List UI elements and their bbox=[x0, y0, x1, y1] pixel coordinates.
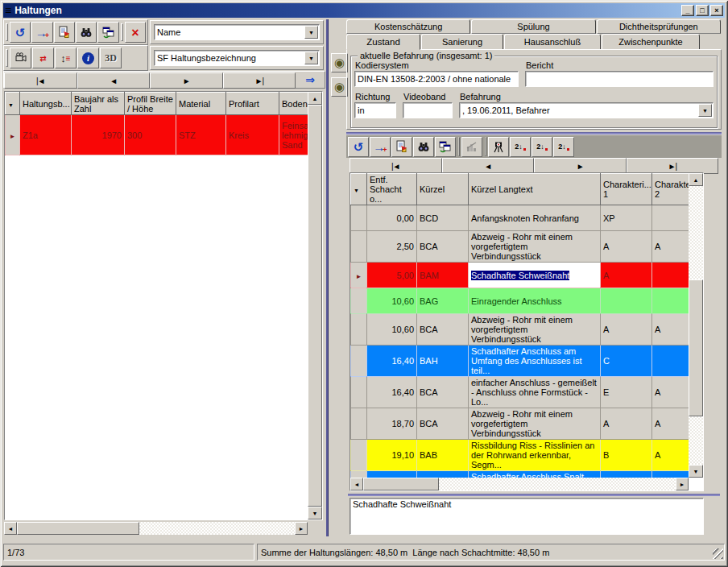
cell-entf[interactable]: 0,00 bbox=[367, 205, 417, 231]
cell-char2[interactable] bbox=[652, 263, 689, 288]
cell-kuerzel[interactable]: BAH bbox=[417, 346, 469, 377]
cell-baujahr[interactable]: 1970 bbox=[72, 115, 125, 155]
nav-first-button[interactable]: |◄ bbox=[4, 72, 77, 89]
cell-kuerzel[interactable]: BAB bbox=[417, 440, 469, 471]
scrollbar-thumb[interactable] bbox=[308, 105, 322, 507]
column-header-material[interactable]: Material bbox=[176, 93, 226, 115]
row-selector-cell[interactable] bbox=[351, 471, 367, 478]
column-header-haltung[interactable]: Haltungsb... bbox=[20, 93, 72, 115]
column-header-baujahr[interactable]: Baujahr als Zahl bbox=[72, 93, 125, 115]
refresh-view-button[interactable] bbox=[97, 22, 118, 43]
nav-last-button[interactable]: ►| bbox=[627, 158, 719, 174]
snapshot-button-1[interactable]: ◉ bbox=[331, 53, 348, 72]
nav-prev-button[interactable]: ◄ bbox=[77, 72, 151, 89]
maximize-button[interactable]: □ bbox=[696, 5, 709, 16]
scrollbar-thumb[interactable] bbox=[17, 522, 139, 535]
nav-next-button[interactable]: ► bbox=[150, 72, 223, 89]
table-row[interactable]: 23,20 BAH Schadhafter Anschluss Spalt zw… bbox=[351, 471, 689, 478]
row-marker-cell[interactable]: ► bbox=[6, 115, 20, 155]
toolbar-grip[interactable] bbox=[121, 23, 123, 41]
tab-zustand[interactable]: Zustand bbox=[346, 34, 420, 50]
copy-export-button[interactable] bbox=[391, 137, 412, 157]
cell-entf[interactable]: 16,40 bbox=[367, 377, 417, 408]
tab-dichtheitspruefungen[interactable]: Dichtheitsprüfungen bbox=[597, 19, 721, 34]
zustand-grid-vscrollbar[interactable]: ▲ ▼ bbox=[689, 173, 703, 478]
titlebar[interactable]: ≡ Haltungen _ □ × bbox=[3, 3, 725, 18]
table-row[interactable]: 2,50 BCA Abzweig - Rohr mit einem vorgef… bbox=[351, 231, 689, 263]
scrollbar-thumb[interactable] bbox=[689, 279, 703, 416]
panel-splitter[interactable]: ◉ ◉ bbox=[325, 19, 346, 536]
cell-kuerzel[interactable]: BCA bbox=[417, 314, 469, 346]
table-row-selected[interactable]: ► 5,00 BAM Schadhafte Schweißnaht A bbox=[351, 263, 689, 288]
cell-char2[interactable] bbox=[652, 205, 689, 231]
cell-entf[interactable]: 10,60 bbox=[367, 314, 417, 346]
sort-button-2[interactable]: 2↓ bbox=[532, 137, 552, 157]
scroll-up-button[interactable]: ▲ bbox=[308, 92, 322, 105]
row-selector-cell[interactable] bbox=[351, 205, 367, 231]
cell-char1[interactable]: A bbox=[601, 263, 652, 288]
search-button[interactable] bbox=[76, 22, 97, 43]
scroll-left-button[interactable]: ◄ bbox=[4, 522, 17, 535]
splitter-line[interactable] bbox=[326, 19, 329, 536]
tab-zwischenpunkte[interactable]: Zwischenpunkte bbox=[602, 34, 700, 50]
row-selector-cell[interactable] bbox=[351, 408, 367, 440]
table-row[interactable]: 0,00 BCD Anfangsknoten Rohranfang XP bbox=[351, 205, 689, 231]
table-row[interactable]: 10,60 BAG Einragender Anschluss bbox=[351, 288, 689, 314]
cell-langtext[interactable]: Rissbildung Riss - Risslinien an der Roh… bbox=[469, 440, 601, 471]
column-header-bodenart[interactable]: Bodenart bbox=[279, 93, 308, 115]
sort-field-combo[interactable]: SF Haltungsbezeichnung ▼ bbox=[154, 50, 320, 66]
cell-char1[interactable]: XP bbox=[601, 205, 652, 231]
column-header-profil[interactable]: Profil Breite / Höhe bbox=[125, 93, 176, 115]
video-button[interactable] bbox=[10, 48, 31, 68]
cell-kuerzel[interactable]: BCD bbox=[417, 205, 469, 231]
cell-langtext-editing[interactable]: Schadhafte Schweißnaht bbox=[469, 263, 601, 288]
bericht-field[interactable] bbox=[525, 71, 714, 87]
toolbar-grip[interactable] bbox=[6, 49, 8, 67]
scroll-right-button[interactable]: ► bbox=[295, 522, 308, 535]
cell-kuerzel[interactable]: BCA bbox=[417, 377, 469, 408]
row-selector-cell[interactable] bbox=[351, 440, 367, 471]
cell-kuerzel[interactable]: BCA bbox=[417, 231, 469, 263]
cell-char1[interactable]: A bbox=[601, 231, 652, 263]
chevron-down-icon[interactable]: ▼ bbox=[698, 104, 712, 117]
cell-langtext[interactable]: Abzweig - Rohr mit einem vorgefertigtem … bbox=[469, 408, 601, 440]
zustand-grid-hscrollbar[interactable]: ◄ ► bbox=[350, 478, 689, 490]
cell-char2[interactable]: A bbox=[652, 440, 689, 471]
resize-grip[interactable] bbox=[713, 548, 723, 559]
row-marker-cell[interactable]: ► bbox=[351, 263, 367, 288]
tab-spuelung[interactable]: Spülung bbox=[471, 19, 595, 34]
snapshot-button-2[interactable]: ◉ bbox=[331, 77, 348, 97]
table-row[interactable]: 19,10 BAB Rissbildung Riss - Risslinien … bbox=[351, 440, 689, 471]
langtext-memo-field[interactable]: Schadhafte Schweißnaht bbox=[350, 498, 704, 535]
nav-last-button[interactable]: ►| bbox=[223, 72, 296, 89]
column-header-langtext[interactable]: Kürzel Langtext bbox=[469, 174, 601, 205]
copy-export-button[interactable] bbox=[54, 22, 75, 43]
cell-char2[interactable]: A bbox=[652, 314, 689, 346]
close-button[interactable]: × bbox=[710, 5, 723, 16]
cell-entf[interactable]: 16,40 bbox=[367, 346, 417, 377]
scroll-right-button[interactable]: ► bbox=[676, 478, 689, 490]
cell-langtext[interactable]: Anfangsknoten Rohranfang bbox=[469, 205, 601, 231]
cell-entf[interactable]: 19,10 bbox=[367, 440, 417, 471]
cell-material[interactable]: STZ bbox=[176, 115, 226, 155]
refresh-button[interactable]: ↺ bbox=[348, 137, 369, 157]
table-row[interactable]: 16,40 BCA einfacher Anschluss - gemeißel… bbox=[351, 377, 689, 408]
scroll-up-button[interactable]: ▲ bbox=[689, 173, 703, 186]
cell-char1[interactable]: A bbox=[601, 408, 652, 440]
kodiersystem-field[interactable] bbox=[354, 71, 519, 87]
scroll-left-button[interactable]: ◄ bbox=[350, 478, 363, 490]
table-row[interactable]: 18,70 BCA Abzweig - Rohr mit einem vorge… bbox=[351, 408, 689, 440]
cell-langtext[interactable]: Einragender Anschluss bbox=[469, 288, 601, 314]
cell-char2[interactable]: A bbox=[652, 377, 689, 408]
cell-kuerzel[interactable]: BAH bbox=[417, 471, 469, 478]
cell-bodenart[interactable]: Feinsand lehmiger Sand bbox=[279, 115, 308, 155]
cell-entf[interactable]: 23,20 bbox=[367, 471, 417, 478]
column-header-kuerzel[interactable]: Kürzel bbox=[417, 174, 469, 205]
column-header-entfernung[interactable]: Entf. Schacht o... bbox=[367, 174, 417, 205]
column-header-charakterisierung2[interactable]: Charakteri... 2 bbox=[652, 174, 689, 205]
cell-profil[interactable]: 300 bbox=[125, 115, 176, 155]
cell-char1[interactable]: A bbox=[601, 314, 652, 346]
cell-char2[interactable]: A bbox=[652, 231, 689, 263]
sort-button-3[interactable]: 2↓ bbox=[553, 137, 574, 157]
cell-kuerzel[interactable]: BAM bbox=[417, 263, 469, 288]
